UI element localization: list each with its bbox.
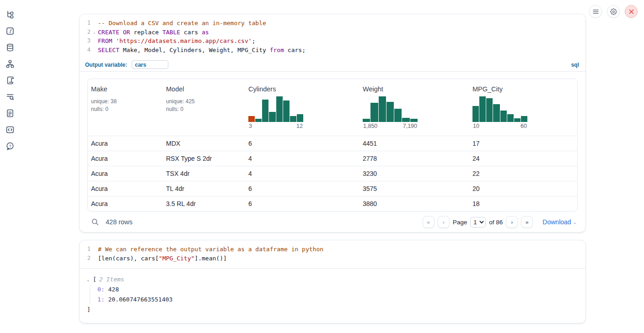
menu-button[interactable]: [589, 5, 602, 18]
language-badge: sql: [571, 62, 579, 68]
column-stats: unique: 38nulls: 0: [91, 98, 163, 113]
histogram-bar: [276, 96, 283, 122]
search-icon[interactable]: [91, 218, 99, 226]
tree-collapse-chevron-icon[interactable]: ⌄: [87, 275, 93, 285]
prev-page-button[interactable]: ‹: [438, 216, 450, 228]
table-row[interactable]: AcuraMDX6445117: [88, 136, 577, 151]
table-of-contents-icon[interactable]: [5, 92, 15, 101]
column-name: Model: [166, 85, 245, 93]
column-header[interactable]: Makeunique: 38nulls: 0: [88, 85, 163, 132]
histogram-bar: [297, 114, 303, 122]
table-cell: 3.5 RL 4dr: [163, 200, 245, 207]
histogram-bar: [394, 109, 402, 122]
histogram-axis: 1060: [472, 123, 527, 129]
output-variable-input[interactable]: [132, 60, 168, 69]
table-cell: 4: [245, 155, 360, 162]
histogram-bar: [379, 96, 386, 122]
column-histogram[interactable]: 1060: [472, 96, 527, 129]
snippets-icon[interactable]: [5, 125, 15, 134]
help-icon[interactable]: ?: [5, 142, 15, 151]
column-histogram[interactable]: 1,8507,190: [363, 96, 418, 129]
last-page-button[interactable]: »: [521, 216, 533, 228]
sidebar: f: [0, 0, 20, 333]
fold-chevron-icon[interactable]: ⌄: [91, 28, 98, 37]
table-cell: Acura: [88, 140, 163, 147]
table-cell: 22: [469, 170, 577, 177]
tree-entry: 0: 428: [97, 285, 578, 295]
code-line[interactable]: 2⌄CREATE OR replace TABLE cars as: [80, 28, 585, 37]
sql-code-editor[interactable]: 1-- Download a CSV and create an in-memo…: [80, 14, 585, 60]
table-row[interactable]: Acura3.5 RL 4dr6388018: [88, 196, 577, 211]
pagination: « ‹ Page 1 of 86 › » Download ⌄: [423, 216, 577, 228]
histogram-bar: [269, 112, 275, 122]
dependency-graph-icon[interactable]: [5, 59, 15, 69]
histogram-bar: [514, 118, 521, 122]
table-header-row: Makeunique: 38nulls: 0Modelunique: 425nu…: [88, 79, 577, 136]
histogram-axis: 312: [248, 123, 303, 129]
python-code-editor[interactable]: 1# We can reference the output variable …: [80, 240, 585, 268]
gear-icon: [610, 8, 617, 15]
histogram-bar: [493, 104, 499, 122]
download-label: Download: [542, 218, 571, 226]
table-cell: 6: [245, 185, 360, 192]
table-cell: 3575: [360, 185, 469, 192]
datasources-icon[interactable]: [5, 43, 15, 52]
table-footer: 428 rows « ‹ Page 1 of 86 › » Download ⌄: [87, 212, 578, 232]
column-histogram[interactable]: 312: [248, 96, 303, 129]
table-cell: 3230: [360, 170, 469, 177]
code-line[interactable]: 3FROM 'https://datasets.marimo.app/cars.…: [80, 37, 585, 46]
code-line[interactable]: 1# We can reference the output variable …: [80, 245, 585, 254]
tree-close-bracket: ]: [87, 305, 578, 315]
table-row[interactable]: AcuraRSX Type S 2dr4277824: [88, 151, 577, 166]
code-text: -- Download a CSV and create an in-memor…: [98, 19, 266, 28]
line-number: 2: [80, 254, 91, 263]
download-button[interactable]: Download ⌄: [542, 218, 577, 226]
column-header[interactable]: Weight1,8507,190: [360, 85, 469, 132]
documentation-icon[interactable]: [5, 109, 15, 118]
histogram-bar: [370, 103, 378, 122]
dataframe-table: Makeunique: 38nulls: 0Modelunique: 425nu…: [87, 79, 578, 211]
table-row[interactable]: AcuraTSX 4dr4323022: [88, 166, 577, 181]
table-cell: 6: [245, 140, 360, 147]
code-line[interactable]: 1-- Download a CSV and create an in-memo…: [80, 19, 585, 28]
fold-gutter: [91, 245, 98, 254]
code-line[interactable]: 4SELECT Make, Model, Cylinders, Weight, …: [80, 46, 585, 55]
table-cell: TSX 4dr: [163, 170, 245, 177]
tree-entry-key: 0:: [97, 286, 105, 293]
column-name: Cylinders: [248, 85, 360, 93]
table-row[interactable]: AcuraTL 4dr6357520: [88, 181, 577, 196]
table-cell: Acura: [88, 200, 163, 207]
table-cell: Acura: [88, 185, 163, 192]
histogram-bar: [290, 116, 296, 122]
line-number: 1: [80, 245, 91, 254]
tree-entry-key: 1:: [97, 296, 105, 303]
page-select[interactable]: 1: [470, 217, 486, 227]
column-header[interactable]: Modelunique: 425nulls: 0: [163, 85, 245, 132]
fold-gutter: [91, 254, 98, 263]
table-cell: 24: [469, 155, 577, 162]
histogram-bar: [248, 116, 255, 122]
tree-entries: 0: 4281: 20.060747663551403: [90, 285, 578, 305]
file-explorer-icon[interactable]: [5, 10, 15, 19]
table-cell: Acura: [88, 155, 163, 162]
column-header[interactable]: MPG_City1060: [469, 85, 577, 132]
code-text: # We can reference the output variable a…: [98, 245, 323, 254]
first-page-button[interactable]: «: [423, 216, 435, 228]
settings-button[interactable]: [607, 5, 620, 18]
scratchpad-icon[interactable]: f: [5, 26, 15, 36]
line-number: 2: [80, 28, 91, 37]
histogram-bar: [486, 98, 493, 122]
tree-entry: 1: 20.060747663551403: [97, 295, 578, 305]
histogram-bar: [402, 118, 409, 122]
table-cell: 18: [469, 200, 577, 207]
shutdown-button[interactable]: [625, 5, 638, 18]
table-cell: 4: [245, 170, 360, 177]
logs-icon[interactable]: [5, 76, 15, 85]
histogram-bar: [472, 106, 479, 122]
code-line[interactable]: 2[len(cars), cars["MPG_City"].mean()]: [80, 254, 585, 263]
table-cell: TL 4dr: [163, 185, 245, 192]
column-header[interactable]: Cylinders312: [245, 85, 360, 132]
next-page-button[interactable]: ›: [506, 216, 518, 228]
histogram-bar: [283, 100, 290, 122]
column-name: Make: [91, 85, 163, 93]
